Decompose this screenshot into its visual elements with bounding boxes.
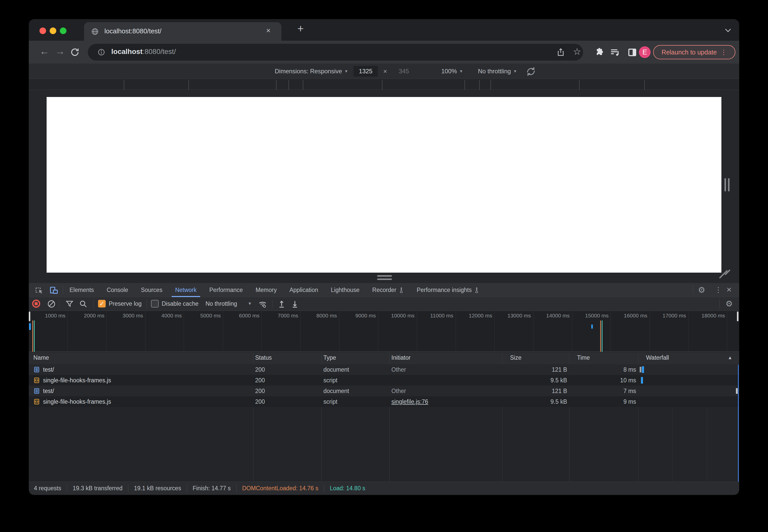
- reload-icon[interactable]: [70, 47, 80, 57]
- chevron-down-icon[interactable]: [725, 26, 731, 32]
- viewport-height-input[interactable]: 345: [392, 66, 416, 77]
- extensions-puzzle-icon[interactable]: [594, 47, 603, 57]
- side-panel-icon[interactable]: [628, 48, 637, 57]
- search-icon[interactable]: [79, 300, 87, 308]
- network-throttling-select[interactable]: No throttling: [205, 297, 237, 311]
- browser-tab[interactable]: localhost:8080/test/ ×: [84, 22, 281, 41]
- tab-recorder[interactable]: Recorder: [369, 283, 408, 297]
- size-cell: 9.5 kB: [510, 396, 567, 407]
- viewport-width-resize-handle[interactable]: [724, 178, 730, 191]
- ruler-tick: [382, 80, 382, 90]
- column-header-initiator[interactable]: Initiator: [392, 352, 411, 363]
- network-overview-timeline[interactable]: 1000 ms 2000 ms 3000 ms 4000 ms 5000 ms …: [29, 311, 739, 352]
- traffic-light-zoom[interactable]: [60, 27, 66, 34]
- column-header-name[interactable]: Name: [33, 352, 49, 363]
- tab-memory[interactable]: Memory: [252, 283, 280, 297]
- device-toolbar: Dimensions: Responsive▼ 1325 × 345 100%▼…: [29, 64, 739, 79]
- document-icon: [33, 366, 40, 373]
- table-row[interactable]: single-file-hooks-frames.js 200 script s…: [29, 396, 739, 407]
- caret-down-icon: ▼: [459, 69, 463, 73]
- waterfall-bar: [640, 367, 641, 372]
- size-cell: 9.5 kB: [510, 375, 567, 386]
- summary-finish: Finish: 14.77 s: [192, 485, 231, 492]
- tab-close-icon[interactable]: ×: [266, 26, 271, 35]
- initiator-link[interactable]: singlefile.js:76: [392, 396, 428, 407]
- devtools-close-icon[interactable]: ×: [727, 285, 732, 295]
- preserve-log-label[interactable]: Preserve log: [109, 300, 142, 307]
- timeline-label: 3000 ms: [107, 313, 143, 319]
- viewport-height-resize-handle[interactable]: [377, 275, 392, 280]
- rotate-viewport-icon[interactable]: [526, 66, 536, 77]
- divider: [93, 300, 93, 308]
- dimensions-select[interactable]: Dimensions: Responsive▼: [275, 64, 348, 79]
- disable-cache-checkbox[interactable]: [151, 300, 159, 307]
- script-icon: [33, 377, 40, 384]
- column-header-type[interactable]: Type: [323, 352, 336, 363]
- table-row[interactable]: test/ 200 document Other 121 B 8 ms: [29, 364, 739, 375]
- globe-icon: [91, 28, 99, 35]
- table-row[interactable]: single-file-hooks-frames.js 200 script 9…: [29, 375, 739, 386]
- timeline-label: 13000 ms: [495, 313, 531, 319]
- column-header-time[interactable]: Time: [577, 352, 590, 363]
- summary-load: Load: 14.80 s: [330, 485, 365, 492]
- disable-cache-label[interactable]: Disable cache: [162, 300, 198, 307]
- device-throttling-select[interactable]: No throttling▼: [478, 64, 517, 79]
- tab-console[interactable]: Console: [103, 283, 132, 297]
- tab-recorder-label: Recorder: [372, 287, 397, 293]
- relaunch-to-update-button[interactable]: Relaunch to update ⋮: [653, 45, 735, 59]
- caret-down-icon: ▼: [344, 69, 348, 73]
- info-icon[interactable]: [97, 48, 105, 56]
- table-row[interactable]: test/ 200 document Other 121 B 7 ms: [29, 386, 739, 396]
- tab-application[interactable]: Application: [286, 283, 322, 297]
- timeline-label: 7000 ms: [262, 313, 298, 319]
- tab-elements[interactable]: Elements: [66, 283, 97, 297]
- viewport-corner-resize-handle[interactable]: [718, 274, 729, 276]
- waterfall-bar: [641, 377, 643, 384]
- sort-indicator-icon[interactable]: ▲: [728, 352, 732, 363]
- share-icon[interactable]: [556, 48, 565, 57]
- relaunch-menu-dots-icon[interactable]: ⋮: [720, 48, 727, 56]
- filter-funnel-icon[interactable]: [65, 300, 74, 308]
- url-bar[interactable]: localhost:8080/test/ ☆: [88, 44, 583, 61]
- column-header-size[interactable]: Size: [510, 352, 522, 363]
- export-har-icon[interactable]: [290, 300, 299, 308]
- tab-network[interactable]: Network: [172, 283, 200, 297]
- preserve-log-checkbox[interactable]: ✓: [98, 300, 106, 307]
- network-settings-gear-icon[interactable]: ⚙: [725, 299, 733, 309]
- tab-performance-insights[interactable]: Performance insights: [413, 283, 483, 297]
- tab-lighthouse[interactable]: Lighthouse: [327, 283, 363, 297]
- toggle-device-toolbar-icon[interactable]: [49, 286, 58, 295]
- tab-strip: localhost:8080/test/ × +: [29, 19, 739, 41]
- zoom-select[interactable]: 100%▼: [441, 64, 463, 79]
- forward-icon[interactable]: →: [55, 46, 65, 57]
- page-viewport[interactable]: [47, 97, 721, 273]
- initiator-cell: Other: [392, 386, 406, 396]
- status-cell: 200: [255, 396, 265, 407]
- back-icon[interactable]: ←: [39, 46, 49, 57]
- profile-avatar[interactable]: E: [639, 46, 651, 58]
- column-header-status[interactable]: Status: [255, 352, 272, 363]
- overview-left-handle[interactable]: [29, 312, 30, 321]
- import-har-icon[interactable]: [277, 300, 286, 308]
- devtools-menu-dots-icon[interactable]: ⋮: [715, 286, 722, 294]
- timeline-label: 15000 ms: [573, 313, 609, 319]
- network-conditions-icon[interactable]: [258, 300, 267, 308]
- viewport-width-input[interactable]: 1325: [353, 66, 378, 77]
- status-cell: 200: [255, 375, 265, 386]
- inspect-element-icon[interactable]: [35, 286, 44, 295]
- tab-sources[interactable]: Sources: [137, 283, 166, 297]
- playlist-music-icon[interactable]: [610, 47, 620, 57]
- traffic-light-minimize[interactable]: [50, 27, 56, 34]
- new-tab-icon[interactable]: +: [297, 23, 304, 35]
- flask-icon: [399, 287, 404, 293]
- bookmark-star-icon[interactable]: ☆: [573, 46, 581, 57]
- tab-performance[interactable]: Performance: [206, 283, 246, 297]
- timeline-label: 6000 ms: [224, 313, 259, 319]
- clear-network-log-icon[interactable]: [47, 300, 56, 308]
- ruler-tick: [303, 80, 303, 90]
- column-header-waterfall[interactable]: Waterfall: [646, 352, 669, 363]
- devtools-settings-gear-icon[interactable]: ⚙: [698, 285, 705, 295]
- traffic-light-close[interactable]: [39, 27, 46, 34]
- record-network-log-button[interactable]: [32, 300, 40, 308]
- overview-right-handle[interactable]: [737, 312, 738, 321]
